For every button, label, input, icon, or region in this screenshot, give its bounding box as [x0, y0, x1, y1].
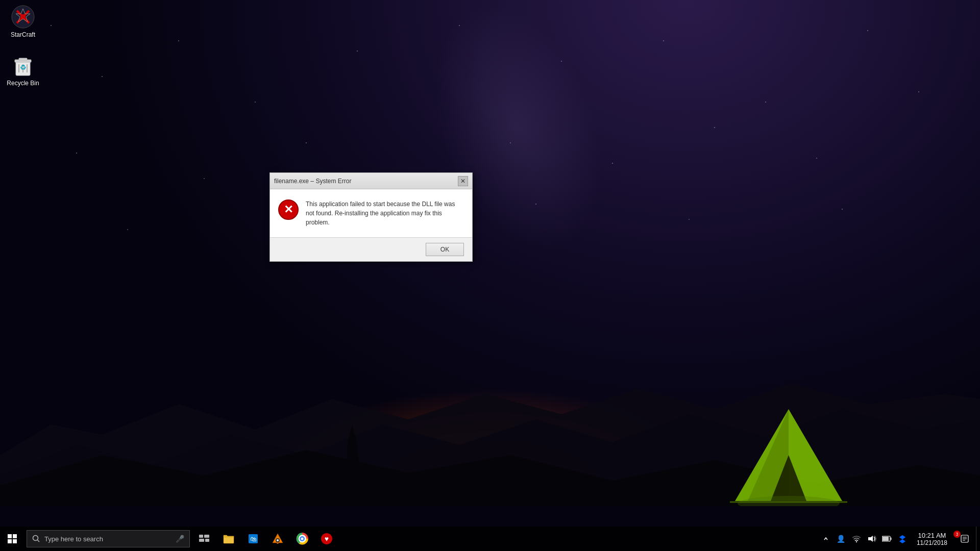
taskbar-other-app[interactable]: ♥	[314, 527, 339, 551]
taskbar-file-explorer[interactable]	[216, 527, 241, 551]
chrome-icon	[296, 533, 308, 545]
svg-line-24	[38, 540, 40, 542]
recycle-bin-label: Recycle Bin	[7, 80, 39, 87]
svg-rect-27	[199, 539, 204, 542]
desktop: StarCraft ♻ Recycle Bin filename.exe – S…	[0, 0, 980, 551]
notification-badge: 3	[953, 531, 961, 538]
windows-start-icon	[8, 534, 17, 543]
dialog-content: ✕ This application failed to start becau…	[270, 189, 472, 237]
svg-marker-45	[868, 536, 873, 542]
desktop-icon-recycle-bin[interactable]: ♻ Recycle Bin	[3, 51, 43, 89]
svg-text:🛍: 🛍	[250, 535, 257, 543]
svg-rect-28	[205, 539, 209, 542]
tray-volume-icon[interactable]	[865, 527, 879, 551]
svg-point-44	[856, 541, 857, 542]
svg-rect-48	[890, 538, 892, 540]
tray-dropbox-icon[interactable]	[895, 527, 910, 551]
svg-marker-30	[224, 535, 234, 537]
error-x-mark: ✕	[284, 204, 293, 215]
taskbar-vlc[interactable]	[265, 527, 290, 551]
search-bar[interactable]: Type here to search 🎤	[27, 530, 190, 547]
svg-marker-50	[899, 535, 905, 539]
dialog-titlebar[interactable]: filename.exe – System Error ✕	[270, 173, 472, 189]
system-tray: 👤	[819, 527, 980, 551]
tray-wifi-icon[interactable]	[849, 527, 864, 551]
dialog-footer: OK	[270, 237, 472, 261]
svg-rect-25	[199, 535, 203, 538]
clock-time: 10:21 AM	[918, 532, 946, 539]
svg-point-37	[277, 539, 279, 541]
show-desktop-button[interactable]	[976, 527, 980, 551]
starcraft-label: StarCraft	[11, 31, 35, 38]
start-button[interactable]	[0, 527, 24, 551]
clock-date: 11/21/2018	[917, 539, 947, 546]
desktop-icon-starcraft[interactable]: StarCraft	[3, 3, 43, 40]
tray-battery-icon[interactable]	[880, 527, 894, 551]
taskbar-store[interactable]: 🛍	[241, 527, 265, 551]
svg-text:♥: ♥	[325, 535, 329, 543]
starcraft-icon	[11, 5, 35, 29]
file-explorer-icon	[223, 533, 235, 545]
dialog-message: This application failed to start because…	[306, 199, 464, 227]
vlc-icon	[272, 533, 284, 545]
dialog-close-button[interactable]: ✕	[458, 176, 468, 186]
error-dialog: filename.exe – System Error ✕ ✕ This app…	[270, 172, 473, 262]
tray-chevron-up[interactable]	[819, 527, 833, 551]
recycle-bin-icon: ♻	[11, 53, 35, 78]
task-view-button[interactable]	[192, 527, 216, 551]
svg-rect-26	[204, 535, 209, 538]
svg-rect-22	[19, 58, 27, 60]
task-view-icon	[199, 535, 209, 543]
microphone-icon: 🎤	[176, 535, 184, 543]
error-icon: ✕	[278, 199, 299, 220]
notification-center-button[interactable]: 3	[954, 527, 975, 551]
svg-point-23	[33, 536, 38, 541]
ok-button[interactable]: OK	[426, 243, 464, 256]
tray-person-icon[interactable]: 👤	[834, 527, 848, 551]
system-clock[interactable]: 10:21 AM 11/21/2018	[911, 527, 953, 551]
store-icon: 🛍	[247, 533, 259, 545]
tent-decoration	[725, 404, 852, 506]
dialog-title: filename.exe – System Error	[274, 178, 351, 185]
svg-point-41	[301, 538, 304, 540]
search-icon	[32, 535, 40, 543]
svg-text:♻: ♻	[20, 63, 27, 71]
svg-rect-47	[883, 537, 889, 541]
other-app-icon: ♥	[321, 533, 333, 545]
taskbar-chrome[interactable]	[290, 527, 314, 551]
taskbar: Type here to search 🎤 🛍	[0, 527, 980, 551]
search-placeholder: Type here to search	[44, 535, 103, 543]
